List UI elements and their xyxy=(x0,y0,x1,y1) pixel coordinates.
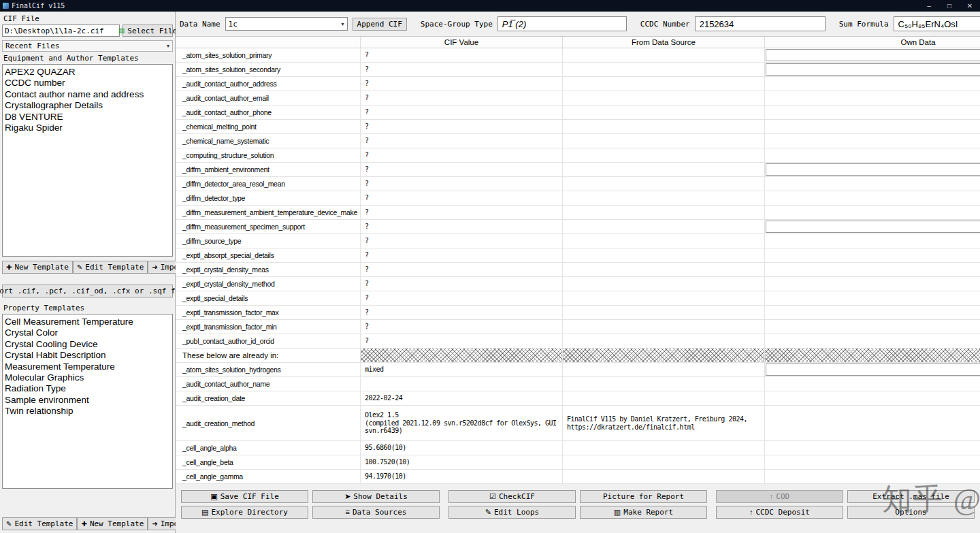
cif-value-cell[interactable]: ? xyxy=(361,234,563,248)
equipment-template-item[interactable]: Crystallographer Details xyxy=(3,100,172,111)
cif-value-cell[interactable]: ? xyxy=(361,177,563,191)
edit-template-button[interactable]: ✎ Edit Template xyxy=(73,261,148,274)
cif-value-cell[interactable]: ? xyxy=(361,120,563,134)
property-template-item[interactable]: Cell Measurement Temperature xyxy=(3,317,172,327)
explore-directory-button[interactable]: ▤Explore Directory xyxy=(181,506,308,519)
edit-loops-button[interactable]: ✎Edit Loops xyxy=(448,506,576,519)
own-data-cell[interactable] xyxy=(765,77,980,91)
data-source-cell[interactable] xyxy=(563,206,765,220)
data-source-cell[interactable] xyxy=(563,177,765,191)
data-source-cell[interactable] xyxy=(563,106,765,120)
data-source-cell[interactable] xyxy=(563,441,765,455)
own-data-cell[interactable] xyxy=(765,191,980,206)
cif-value-cell[interactable]: 95.6860(10) xyxy=(361,441,563,455)
data-source-cell[interactable] xyxy=(563,48,765,63)
checkcif-button[interactable]: ☑CheckCIF xyxy=(448,490,576,503)
own-data-cell[interactable] xyxy=(765,134,980,148)
property-template-item[interactable]: Measurement Temperature xyxy=(3,361,172,372)
own-data-combobox[interactable]: ▾ xyxy=(766,364,980,376)
data-source-cell[interactable] xyxy=(563,391,765,406)
data-source-cell[interactable] xyxy=(563,455,765,470)
equipment-template-item[interactable]: D8 VENTURE xyxy=(3,112,172,123)
cif-value-cell[interactable]: ? xyxy=(361,191,563,206)
extract-mas-file-button[interactable]: Extract .mas file xyxy=(847,490,975,503)
cif-value-cell[interactable]: ? xyxy=(361,291,563,306)
data-source-cell[interactable] xyxy=(563,77,765,91)
cif-value-cell[interactable]: ? xyxy=(361,320,563,334)
own-data-cell[interactable] xyxy=(765,406,980,441)
own-data-cell[interactable] xyxy=(765,470,980,484)
data-source-cell[interactable] xyxy=(563,191,765,206)
cif-value-cell[interactable]: mixed xyxy=(361,363,563,377)
property-template-item[interactable]: Crystal Color xyxy=(3,327,172,338)
cif-value-cell[interactable]: ? xyxy=(361,206,563,220)
append-cif-button[interactable]: Append CIF xyxy=(353,18,407,31)
data-source-cell[interactable] xyxy=(563,234,765,248)
data-source-cell[interactable] xyxy=(563,334,765,349)
cif-value-cell[interactable]: ? xyxy=(361,334,563,349)
own-data-cell[interactable] xyxy=(765,177,980,191)
property-template-item[interactable]: Crystal Cooling Device xyxy=(3,339,172,350)
import-cif-pcf-button[interactable]: Import .cif, .pcf, .cif_od, .cfx or .sqf… xyxy=(2,285,173,297)
property-template-item[interactable]: Sample environment xyxy=(3,395,172,406)
minimize-button[interactable]: – xyxy=(919,0,939,12)
close-button[interactable]: ✕ xyxy=(960,0,980,12)
own-data-cell[interactable] xyxy=(765,234,980,248)
data-source-cell[interactable] xyxy=(563,470,765,484)
cif-value-cell[interactable]: 94.1970(10) xyxy=(361,470,563,484)
new-template-button[interactable]: ✚ New Template xyxy=(2,261,73,274)
save-cif-file-button[interactable]: ▣Save CIF File xyxy=(181,490,308,503)
own-data-combobox[interactable]: ▾ xyxy=(766,163,980,176)
space-group-input[interactable]: P1̅ (2) xyxy=(497,16,627,31)
cif-value-cell[interactable]: Olex2 1.5 (compiled 2021.12.09 svn.r5202… xyxy=(361,406,563,441)
ccdc-number-input[interactable]: 2152634 xyxy=(695,16,826,31)
sum-formula-input[interactable]: C₅₀H₈₅ErN₄OsI xyxy=(894,16,980,31)
own-data-cell[interactable] xyxy=(765,320,980,334)
own-data-cell[interactable] xyxy=(765,334,980,349)
cif-file-path-input[interactable]: D:\Desktop\1\1a-2c.cif xyxy=(2,25,120,37)
ccdc-deposit-button[interactable]: ↑CCDC Deposit xyxy=(716,506,843,519)
data-source-cell[interactable]: FinalCif V115 by Daniel Kratzert, Freibu… xyxy=(563,406,765,441)
cif-value-cell[interactable]: ? xyxy=(361,106,563,120)
edit-property-template-button[interactable]: ✎ Edit Template xyxy=(2,517,77,530)
data-source-cell[interactable] xyxy=(563,320,765,334)
own-data-cell[interactable] xyxy=(765,455,980,470)
own-data-cell[interactable] xyxy=(765,377,980,391)
picture-for-report-button[interactable]: Picture for Report xyxy=(580,490,707,503)
equipment-template-item[interactable]: Contact author name and address xyxy=(3,89,172,100)
own-data-cell[interactable] xyxy=(765,206,980,220)
data-source-cell[interactable] xyxy=(563,148,765,163)
own-data-cell[interactable] xyxy=(765,277,980,291)
own-data-cell[interactable] xyxy=(765,263,980,277)
own-data-cell[interactable] xyxy=(765,441,980,455)
own-data-cell[interactable]: ▾ xyxy=(765,48,980,63)
data-source-cell[interactable] xyxy=(563,263,765,277)
cif-value-cell[interactable]: ? xyxy=(361,277,563,291)
cif-value-cell[interactable]: ? xyxy=(361,220,563,234)
cif-value-cell[interactable]: ? xyxy=(361,63,563,77)
own-data-combobox[interactable]: ▾ xyxy=(766,49,980,61)
property-template-item[interactable]: Radiation Type xyxy=(3,383,172,394)
property-template-item[interactable]: Molecular Graphics xyxy=(3,372,172,383)
cif-value-cell[interactable]: ? xyxy=(361,91,563,106)
own-data-cell[interactable] xyxy=(765,306,980,320)
options-button[interactable]: Options xyxy=(847,506,975,519)
own-data-cell[interactable]: ▾ xyxy=(765,363,980,377)
data-name-combobox[interactable]: 1c ▾ xyxy=(225,17,348,31)
cif-value-cell[interactable]: ? xyxy=(361,77,563,91)
own-data-cell[interactable] xyxy=(765,248,980,263)
own-data-cell[interactable]: ▾ xyxy=(765,163,980,177)
equipment-template-item[interactable]: APEX2 QUAZAR xyxy=(3,67,172,78)
own-data-cell[interactable] xyxy=(765,120,980,134)
data-source-cell[interactable] xyxy=(563,306,765,320)
property-template-item[interactable]: Crystal Habit Description xyxy=(3,350,172,361)
cif-value-cell[interactable] xyxy=(361,377,563,391)
select-file-button[interactable]: ▤ Select File xyxy=(122,25,173,37)
property-template-item[interactable]: Twin relationship xyxy=(3,406,172,417)
own-data-cell[interactable] xyxy=(765,148,980,163)
new-property-template-button[interactable]: ✚ New Template xyxy=(77,517,148,530)
cif-value-cell[interactable]: ? xyxy=(361,163,563,177)
make-report-button[interactable]: ▥Make Report xyxy=(580,506,707,519)
own-data-combobox[interactable]: ▾ xyxy=(766,221,980,233)
cif-value-cell[interactable]: ? xyxy=(361,248,563,263)
